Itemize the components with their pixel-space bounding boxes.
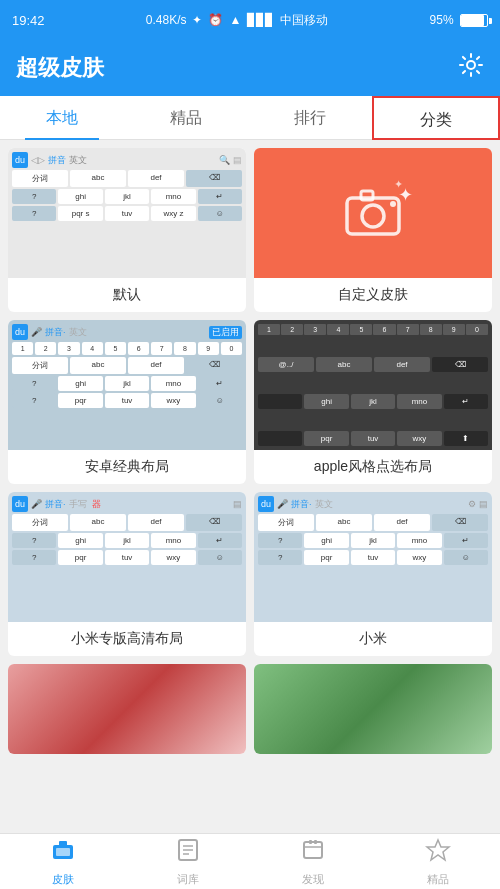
- du-icon-xiaomi: du: [258, 496, 274, 512]
- content-area: du ◁▷ 拼音 英文 🔍 ▤ 分词 abc def ⌫: [0, 140, 500, 833]
- arrows-icon: ◁▷: [31, 155, 45, 165]
- bottom-navigation: 皮肤 词库 发现: [0, 833, 500, 889]
- svg-rect-12: [304, 842, 322, 858]
- skin-card-partial2[interactable]: [254, 664, 492, 754]
- skin-preview-default: du ◁▷ 拼音 英文 🔍 ▤ 分词 abc def ⌫: [8, 148, 246, 278]
- skin-card-default[interactable]: du ◁▷ 拼音 英文 🔍 ▤ 分词 abc def ⌫: [8, 148, 246, 312]
- svg-rect-14: [309, 840, 312, 844]
- nav-discover-label: 发现: [302, 872, 324, 887]
- skin-card-custom[interactable]: ✦ ✦ 自定义皮肤: [254, 148, 492, 312]
- tab-bar: 本地 精品 排行 分类: [0, 96, 500, 140]
- used-badge: 已启用: [209, 326, 242, 339]
- mic-icon: 🎤: [31, 327, 42, 337]
- skin-label-custom: 自定义皮肤: [254, 278, 492, 312]
- dict-nav-icon: [175, 837, 201, 869]
- svg-point-4: [390, 201, 396, 207]
- svg-rect-6: [56, 848, 70, 856]
- svg-rect-7: [59, 841, 67, 846]
- du-icon-android: du: [12, 324, 28, 340]
- partial-preview-2: [254, 664, 492, 754]
- skin-card-apple[interactable]: 1234567890 @../ abc def ⌫ ghi jkl mno ↵: [254, 320, 492, 484]
- du-icon: du: [12, 152, 28, 168]
- tab-local[interactable]: 本地: [0, 96, 124, 140]
- skin-card-partial1[interactable]: [8, 664, 246, 754]
- skin-label-default: 默认: [8, 278, 246, 312]
- nav-skin[interactable]: 皮肤: [0, 834, 125, 889]
- nav-dict[interactable]: 词库: [125, 834, 250, 889]
- discover-nav-icon: [300, 837, 326, 869]
- skin-preview-android: du 🎤 拼音· 英文 已启用 1234567890 分词 abc: [8, 320, 246, 450]
- skin-nav-icon: [50, 837, 76, 869]
- orange-mic: 🎤: [31, 499, 42, 509]
- wifi-icon: ▲: [229, 13, 241, 27]
- skin-label-xiaomi: 小米: [254, 622, 492, 656]
- search-dots: 🔍 ▤: [90, 155, 242, 165]
- status-bar: 19:42 0.48K/s ✦ ⏰ ▲ ▊▊▊ 中国移动 95%: [0, 0, 500, 40]
- svg-point-2: [362, 205, 384, 227]
- skin-preview-custom: ✦ ✦: [254, 148, 492, 278]
- status-time: 19:42: [12, 13, 45, 28]
- skin-label-android: 安卓经典布局: [8, 450, 246, 484]
- du-icon-xiaomihd: du: [12, 496, 28, 512]
- skin-card-android[interactable]: du 🎤 拼音· 英文 已启用 1234567890 分词 abc: [8, 320, 246, 484]
- skin-card-xiaomi[interactable]: du 🎤 拼音· 英文 ⚙ ▤ 分词 abc def ⌫: [254, 492, 492, 656]
- skin-label-xiaomi-hd: 小米专版高清布局: [8, 622, 246, 656]
- app-title: 超级皮肤: [16, 53, 104, 83]
- skin-grid: du ◁▷ 拼音 英文 🔍 ▤ 分词 abc def ⌫: [8, 148, 492, 754]
- status-right: 95%: [430, 13, 488, 27]
- tab-category[interactable]: 分类: [372, 96, 500, 140]
- settings-button[interactable]: [458, 52, 484, 84]
- skin-card-xiaomi-hd[interactable]: du 🎤 拼音· 手写 器 ▤ 分词 abc def ⌫: [8, 492, 246, 656]
- cellular-icon: ▊▊▊: [247, 13, 274, 27]
- tab-ranking[interactable]: 排行: [248, 96, 372, 140]
- svg-rect-3: [361, 191, 373, 200]
- sparkle-small: ✦: [394, 178, 403, 191]
- nav-premium[interactable]: 精品: [375, 834, 500, 889]
- nav-skin-label: 皮肤: [52, 872, 74, 887]
- skin-preview-xiaomi: du 🎤 拼音· 英文 ⚙ ▤ 分词 abc def ⌫: [254, 492, 492, 622]
- partial-preview-1: [8, 664, 246, 754]
- skin-preview-apple: 1234567890 @../ abc def ⌫ ghi jkl mno ↵: [254, 320, 492, 450]
- nav-premium-label: 精品: [427, 872, 449, 887]
- tab-premium[interactable]: 精品: [124, 96, 248, 140]
- carrier-name: 中国移动: [280, 12, 328, 29]
- status-center: 0.48K/s ✦ ⏰ ▲ ▊▊▊ 中国移动: [146, 12, 329, 29]
- svg-marker-16: [427, 840, 449, 860]
- skin-preview-xiaomi-hd: du 🎤 拼音· 手写 器 ▤ 分词 abc def ⌫: [8, 492, 246, 622]
- network-speed: 0.48K/s: [146, 13, 187, 27]
- nav-discover[interactable]: 发现: [250, 834, 375, 889]
- svg-point-0: [467, 61, 475, 69]
- alarm-icon: ⏰: [208, 13, 223, 27]
- skin-label-apple: apple风格点选布局: [254, 450, 492, 484]
- mic-xiaomi: 🎤: [277, 499, 288, 509]
- nav-dict-label: 词库: [177, 872, 199, 887]
- svg-rect-15: [314, 840, 317, 844]
- battery-icon: 95%: [430, 13, 488, 27]
- app-header: 超级皮肤: [0, 40, 500, 96]
- premium-nav-icon: [425, 837, 451, 869]
- signal-icon: ✦: [192, 13, 202, 27]
